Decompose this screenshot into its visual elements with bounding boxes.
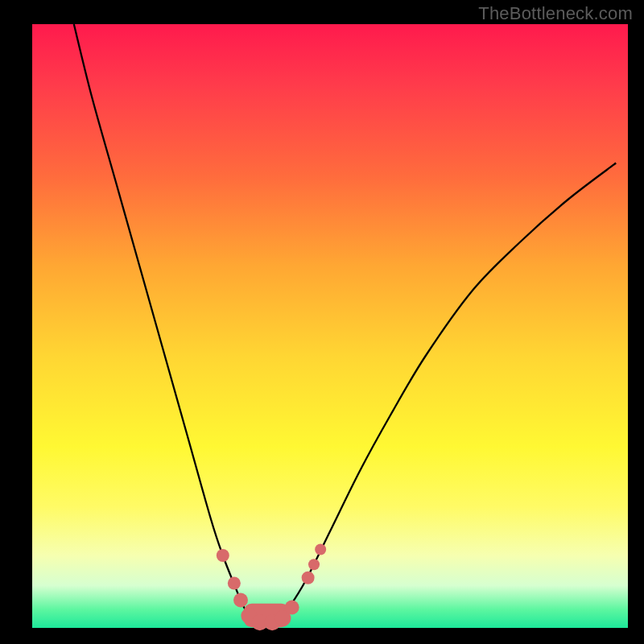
curve-marker	[228, 577, 241, 590]
curve-marker	[285, 601, 299, 615]
curve-marker	[315, 544, 326, 555]
curve-marker	[308, 559, 320, 570]
curve-layer	[32, 24, 628, 628]
curve-marker	[217, 549, 229, 562]
watermark-text: TheBottleneck.com	[478, 3, 633, 24]
bottleneck-curve	[74, 24, 616, 624]
chart-frame: TheBottleneck.com	[0, 0, 644, 644]
curve-marker	[302, 572, 315, 584]
data-markers	[217, 544, 326, 631]
curve-marker	[233, 593, 248, 608]
plot-area	[32, 24, 628, 628]
